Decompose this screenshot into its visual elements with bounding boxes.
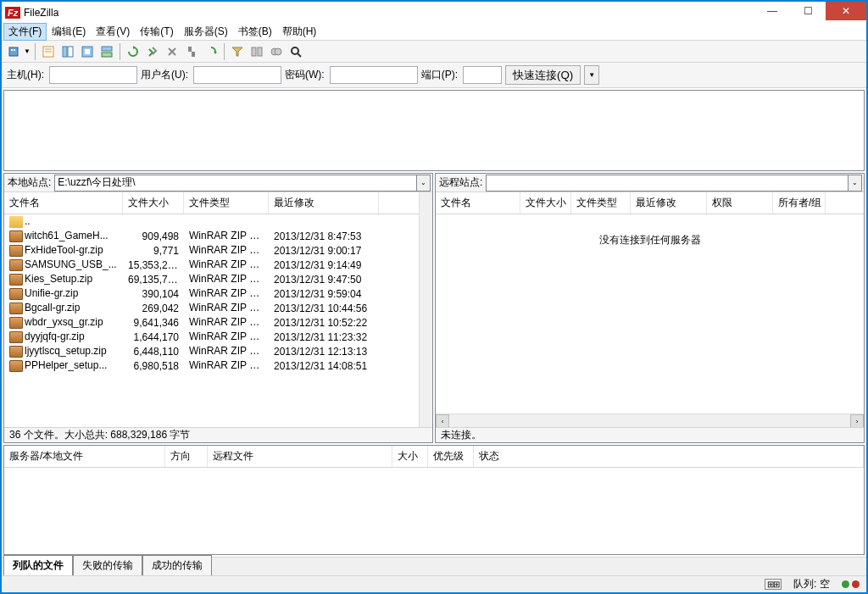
quickconnect-button[interactable]: 快速连接(Q): [505, 65, 581, 85]
disconnect-button[interactable]: [182, 42, 201, 61]
file-row[interactable]: witch61_GameH...909,498WinRAR ZIP 压...20…: [4, 229, 419, 243]
tab-failed[interactable]: 失败的传输: [73, 555, 142, 575]
local-site-label: 本地站点:: [6, 175, 51, 190]
zip-icon: [9, 346, 23, 358]
file-row[interactable]: SAMSUNG_USB_...15,353,207WinRAR ZIP 压...…: [4, 258, 419, 272]
col-r-modified[interactable]: 最近修改: [631, 192, 707, 214]
local-scrollbar[interactable]: [419, 192, 432, 427]
search-button[interactable]: [287, 42, 305, 61]
svg-point-21: [275, 48, 281, 55]
col-filename[interactable]: 文件名: [4, 192, 123, 214]
toggle-queue-button[interactable]: [97, 42, 116, 61]
refresh-button[interactable]: [124, 42, 142, 61]
qcol-priority[interactable]: 优先级: [428, 446, 474, 467]
reconnect-button[interactable]: [202, 42, 220, 61]
col-r-owner[interactable]: 所有者/组: [773, 192, 826, 214]
close-button[interactable]: ✕: [826, 2, 866, 20]
maximize-button[interactable]: ☐: [790, 2, 826, 20]
file-row[interactable]: ljyytlscq_setup.zip6,448,110WinRAR ZIP 压…: [4, 344, 419, 358]
quickconnect-bar: 主机(H): 用户名(U): 密码(W): 端口(P): 快速连接(Q) ▼: [2, 63, 866, 88]
zip-icon: [9, 360, 23, 372]
username-input[interactable]: [193, 66, 281, 84]
qcol-direction[interactable]: 方向: [165, 446, 208, 467]
compare-button[interactable]: [248, 42, 266, 61]
cancel-button[interactable]: [163, 42, 181, 61]
svg-text:Fz: Fz: [8, 8, 19, 18]
filter-button[interactable]: [228, 42, 247, 61]
message-log[interactable]: [3, 90, 865, 171]
file-row[interactable]: PPHelper_setup...6,980,518WinRAR ZIP 压..…: [4, 358, 419, 373]
toolbar: ▼: [2, 41, 866, 63]
hscroll-left[interactable]: ‹: [436, 414, 449, 428]
password-input[interactable]: [330, 66, 418, 84]
remote-site-label: 远程站点:: [437, 175, 482, 190]
col-r-permissions[interactable]: 权限: [707, 192, 773, 214]
port-label: 端口(P):: [421, 68, 458, 82]
col-r-filename[interactable]: 文件名: [436, 192, 520, 214]
qcol-server[interactable]: 服务器/本地文件: [4, 446, 165, 467]
svg-point-22: [292, 47, 298, 54]
sitemanager-dropdown[interactable]: ▼: [23, 42, 31, 61]
menu-server[interactable]: 服务器(S): [179, 23, 233, 41]
qcol-size[interactable]: 大小: [392, 446, 428, 467]
qcol-status[interactable]: 状态: [474, 446, 864, 467]
file-row[interactable]: dyyjqfq-gr.zip1,644,170WinRAR ZIP 压...20…: [4, 330, 419, 344]
remote-file-list[interactable]: 文件名 文件大小 文件类型 最近修改 权限 所有者/组 没有连接到任何服务器: [436, 192, 864, 414]
sync-browse-button[interactable]: [267, 42, 286, 61]
local-path-dropdown[interactable]: ⌄: [417, 175, 431, 192]
col-r-filetype[interactable]: 文件类型: [571, 192, 631, 214]
zip-icon: [9, 274, 23, 286]
local-file-list[interactable]: 文件名 文件大小 文件类型 最近修改 .. witch61_GameH...90…: [4, 192, 419, 427]
app-window: Fz FileZilla — ☐ ✕ 文件(F) 编辑(E) 查看(V) 传输(…: [0, 0, 868, 594]
col-filetype[interactable]: 文件类型: [184, 192, 269, 214]
quickconnect-dropdown[interactable]: ▼: [584, 65, 599, 85]
toggle-log-button[interactable]: [39, 42, 58, 61]
local-path-input[interactable]: [54, 175, 417, 192]
hscroll-right[interactable]: ›: [850, 414, 864, 428]
parent-dir-row[interactable]: ..: [4, 214, 419, 229]
qcol-remote[interactable]: 远程文件: [208, 446, 392, 467]
host-input[interactable]: [49, 66, 137, 84]
menu-file[interactable]: 文件(F): [3, 23, 47, 41]
file-row[interactable]: Bgcall-gr.zip269,042WinRAR ZIP 压...2013/…: [4, 301, 419, 315]
port-input[interactable]: [463, 66, 502, 84]
menu-bookmarks[interactable]: 书签(B): [233, 23, 277, 41]
remote-path-input[interactable]: [486, 175, 849, 192]
user-label: 用户名(U):: [141, 68, 188, 82]
menu-edit[interactable]: 编辑(E): [47, 23, 91, 41]
file-row[interactable]: wbdr_yxsq_gr.zip9,641,346WinRAR ZIP 压...…: [4, 315, 419, 330]
file-row[interactable]: Kies_Setup.zip69,135,777WinRAR ZIP 压...2…: [4, 272, 419, 286]
tab-queued[interactable]: 列队的文件: [3, 555, 73, 575]
menu-transfer[interactable]: 传输(T): [135, 23, 178, 41]
status-led-1: [842, 580, 849, 588]
queue-body[interactable]: [4, 468, 864, 554]
col-modified[interactable]: 最近修改: [269, 192, 379, 214]
process-queue-button[interactable]: [143, 42, 162, 61]
minimize-button[interactable]: —: [754, 2, 790, 20]
sitemanager-button[interactable]: [5, 42, 24, 61]
app-icon: Fz: [5, 7, 20, 19]
tab-successful[interactable]: 成功的传输: [142, 555, 212, 575]
svg-line-23: [298, 53, 301, 57]
window-title: FileZilla: [24, 7, 754, 19]
remote-panel: 远程站点: ⌄ 文件名 文件大小 文件类型 最近修改 权限 所有者/组 没有连接…: [435, 173, 865, 443]
remote-path-dropdown[interactable]: ⌄: [849, 175, 862, 192]
svg-rect-8: [68, 47, 73, 57]
toggle-tree-button[interactable]: [58, 42, 77, 61]
col-filesize[interactable]: 文件大小: [123, 192, 184, 214]
local-panel: 本地站点: ⌄ 文件名 文件大小 文件类型 最近修改 .. witch61_Ga…: [3, 173, 433, 443]
zip-icon: [9, 259, 23, 271]
zip-icon: [9, 303, 23, 314]
menu-help[interactable]: 帮助(H): [277, 23, 322, 41]
svg-rect-18: [252, 47, 256, 56]
remote-hscroll[interactable]: ‹ ›: [436, 414, 864, 427]
col-r-filesize[interactable]: 文件大小: [520, 192, 571, 214]
file-row[interactable]: Unifie-gr.zip390,104WinRAR ZIP 压...2013/…: [4, 286, 419, 301]
zip-icon: [9, 331, 23, 343]
remote-status: 未连接。: [436, 427, 864, 442]
menu-view[interactable]: 查看(V): [91, 23, 135, 41]
svg-rect-15: [192, 52, 195, 57]
file-row[interactable]: FxHideTool-gr.zip9,771WinRAR ZIP 压...201…: [4, 243, 419, 258]
toggle-remote-tree-button[interactable]: [78, 42, 97, 61]
svg-rect-14: [188, 47, 192, 52]
